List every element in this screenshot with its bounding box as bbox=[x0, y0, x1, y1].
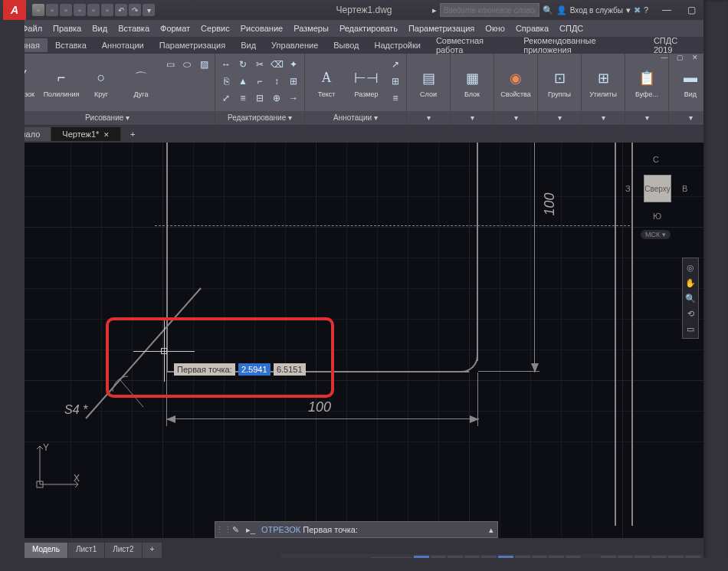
qat-saveas-icon[interactable]: ▫ bbox=[74, 4, 86, 16]
cmd-history-icon[interactable]: ▴ bbox=[485, 525, 497, 535]
doc-min-icon[interactable]: — bbox=[657, 54, 671, 64]
menu-tools[interactable]: Сервис bbox=[196, 22, 234, 34]
ribbon-tab-view[interactable]: Вид bbox=[233, 38, 264, 52]
mtext-icon[interactable]: ≡ bbox=[388, 90, 403, 106]
qat-save-icon[interactable]: ▫ bbox=[60, 4, 72, 16]
text-button[interactable]: АТекст bbox=[308, 57, 345, 108]
scale-icon[interactable]: ⤢ bbox=[218, 90, 234, 106]
menu-edit[interactable]: Правка bbox=[48, 22, 86, 34]
erase-icon[interactable]: ⌫ bbox=[269, 57, 284, 72]
qat-open-icon[interactable]: ▫ bbox=[46, 4, 58, 16]
block-button[interactable]: ▦Блок bbox=[454, 57, 490, 108]
hatch-icon[interactable]: ▨ bbox=[196, 57, 212, 72]
menu-draw[interactable]: Рисование bbox=[236, 22, 287, 34]
qat-undo-icon[interactable]: ↶ bbox=[115, 4, 127, 16]
panel-draw-title[interactable]: Рисование ▾ bbox=[0, 111, 215, 125]
panel-layers-title[interactable]: ▾ bbox=[407, 111, 450, 125]
exchange-icon[interactable]: ✖ bbox=[634, 5, 641, 15]
join-icon[interactable]: ⊕ bbox=[269, 90, 284, 106]
panel-props-title[interactable]: ▾ bbox=[494, 111, 537, 125]
cmd-grip-icon[interactable]: ⋮⋮ bbox=[215, 525, 228, 535]
ribbon-tab-output[interactable]: Вывод bbox=[326, 38, 366, 52]
dyn-input-y[interactable]: 6.5151 bbox=[274, 363, 306, 376]
mirror-icon[interactable]: ▲ bbox=[235, 74, 251, 89]
doc-tab-close-icon[interactable]: ✕ bbox=[103, 131, 110, 139]
stretch-icon[interactable]: ↕ bbox=[269, 74, 284, 89]
menu-dimension[interactable]: Размеры bbox=[289, 22, 333, 34]
tab-add-layout[interactable]: + bbox=[143, 543, 163, 558]
menu-parametric[interactable]: Параметризация bbox=[404, 22, 479, 34]
break-icon[interactable]: ⊟ bbox=[252, 90, 267, 106]
dimension-button[interactable]: ⊢⊣Размер bbox=[348, 57, 385, 108]
help-icon[interactable]: ? bbox=[644, 5, 648, 15]
ribbon-tab-addins[interactable]: Надстройки bbox=[367, 38, 428, 52]
tab-layout1[interactable]: Лист1 bbox=[68, 543, 105, 558]
groups-button[interactable]: ⊡Группы bbox=[541, 57, 578, 108]
tab-model[interactable]: Модель bbox=[25, 543, 68, 558]
ribbon-tab-manage[interactable]: Управление bbox=[264, 38, 326, 52]
signin-icon[interactable]: 👤 bbox=[556, 5, 567, 15]
qat-cloud-icon[interactable]: ▫ bbox=[87, 4, 100, 16]
rect-icon[interactable]: ▭ bbox=[162, 57, 178, 72]
trim-icon[interactable]: ✂ bbox=[252, 57, 267, 72]
ribbon-tab-parametric[interactable]: Параметризация bbox=[152, 38, 233, 52]
offset-icon[interactable]: ≡ bbox=[235, 90, 251, 106]
viewcube-north[interactable]: С bbox=[653, 155, 659, 164]
viewcube-east[interactable]: В bbox=[682, 184, 687, 193]
search-input[interactable] bbox=[440, 3, 539, 17]
array-icon[interactable]: ⊞ bbox=[286, 74, 301, 89]
doc-close-icon[interactable]: ✕ bbox=[688, 54, 702, 64]
signin-label[interactable]: Вход в службы bbox=[570, 6, 623, 15]
panel-utils-title[interactable]: ▾ bbox=[582, 111, 625, 125]
qat-new-icon[interactable]: ▫ bbox=[32, 4, 44, 16]
cmd-text[interactable]: ОТРЕЗОК Первая точка: bbox=[258, 525, 485, 534]
dyn-input-x[interactable]: 2.5941 bbox=[238, 363, 271, 376]
maximize-button[interactable]: ▢ bbox=[679, 0, 703, 20]
menu-format[interactable]: Формат bbox=[156, 22, 195, 34]
viewcube-wcs[interactable]: МСК ▾ bbox=[641, 230, 671, 239]
properties-button[interactable]: ◉Свойства bbox=[497, 57, 534, 108]
clipboard-button[interactable]: 📋Буфе... bbox=[628, 57, 665, 108]
doc-tab-active[interactable]: Чертеж1*✕ bbox=[51, 127, 121, 141]
panel-groups-title[interactable]: ▾ bbox=[538, 111, 581, 125]
menu-insert[interactable]: Вставка bbox=[113, 22, 154, 34]
qat-dropdown-icon[interactable]: ▾ bbox=[143, 4, 155, 16]
qat-redo-icon[interactable]: ↷ bbox=[129, 4, 141, 16]
move-icon[interactable]: ↔ bbox=[218, 57, 234, 72]
menu-view[interactable]: Вид bbox=[87, 22, 112, 34]
viewcube[interactable]: Сверху С Ю В З МСК ▾ bbox=[618, 149, 694, 225]
signin-dropdown-icon[interactable]: ▾ bbox=[626, 5, 631, 15]
ellipse-icon[interactable]: ⬭ bbox=[179, 57, 195, 72]
nav-wheel-icon[interactable]: ◎ bbox=[683, 260, 698, 275]
extend-icon[interactable]: → bbox=[286, 90, 301, 106]
explode-icon[interactable]: ✦ bbox=[286, 57, 301, 72]
layers-button[interactable]: ▤Слои bbox=[410, 57, 447, 108]
table-icon[interactable]: ⊞ bbox=[388, 74, 403, 89]
arc-button[interactable]: ⌒Дуга bbox=[123, 57, 159, 108]
doc-tab-add[interactable]: + bbox=[121, 127, 144, 141]
circle-button[interactable]: ○Круг bbox=[83, 57, 120, 108]
menu-window[interactable]: Окно bbox=[480, 22, 510, 34]
ribbon-tab-annotate[interactable]: Аннотации bbox=[94, 38, 152, 52]
panel-block-title[interactable]: ▾ bbox=[451, 111, 494, 125]
minimize-button[interactable]: — bbox=[654, 0, 679, 20]
rotate-icon[interactable]: ↻ bbox=[235, 57, 251, 72]
panel-modify-title[interactable]: Редактирование ▾ bbox=[215, 111, 304, 125]
drawing-canvas[interactable]: // generated inline below via template; … bbox=[25, 143, 703, 538]
viewcube-south[interactable]: Ю bbox=[653, 212, 661, 221]
command-line[interactable]: ⋮⋮ ✎ ▸_ ОТРЕЗОК Первая точка: ▴ bbox=[215, 521, 498, 538]
fillet-icon[interactable]: ⌐ bbox=[252, 74, 267, 89]
viewcube-west[interactable]: З bbox=[625, 184, 631, 193]
cmd-customize-icon[interactable]: ✎ bbox=[228, 525, 243, 535]
menu-modify[interactable]: Редактировать bbox=[335, 22, 402, 34]
panel-clip-title[interactable]: ▾ bbox=[625, 111, 668, 125]
polyline-button[interactable]: ⌐Полилиния bbox=[43, 57, 80, 108]
nav-zoom-icon[interactable]: 🔍 bbox=[683, 290, 698, 306]
leader-icon[interactable]: ↗ bbox=[388, 57, 403, 72]
search-go-icon[interactable]: 🔍 bbox=[543, 5, 553, 15]
app-logo[interactable]: A bbox=[3, 0, 26, 20]
nav-orbit-icon[interactable]: ⟲ bbox=[683, 306, 698, 321]
nav-showmotion-icon[interactable]: ▭ bbox=[683, 321, 698, 336]
menu-help[interactable]: Справка bbox=[511, 22, 553, 34]
copy-icon[interactable]: ⎘ bbox=[218, 74, 234, 89]
